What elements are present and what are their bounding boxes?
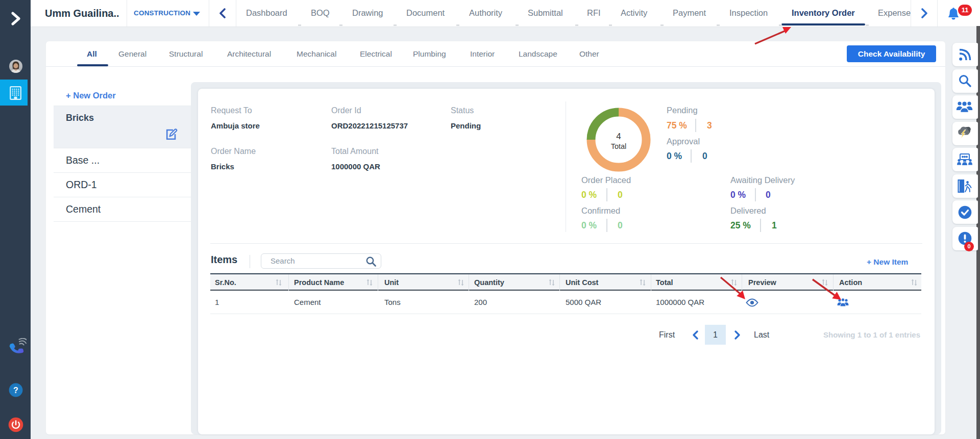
- svg-text:?: ?: [13, 386, 18, 395]
